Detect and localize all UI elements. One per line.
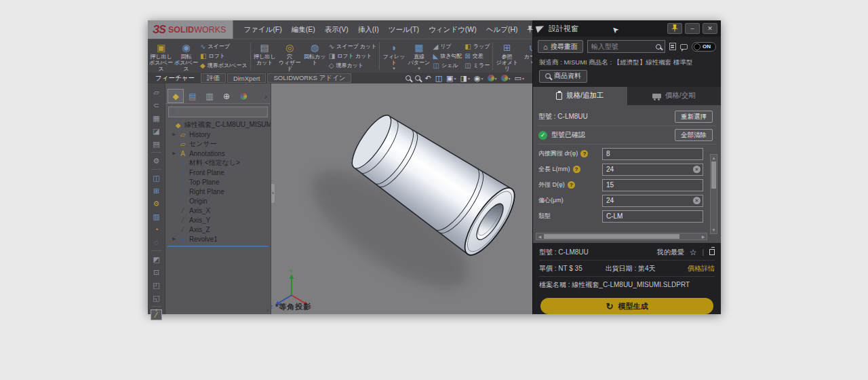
mirror-button[interactable]: ◫ミラー — [465, 61, 490, 70]
extrude-boss-button[interactable]: ▣押し出し ボス/ベース — [149, 41, 174, 71]
feedback-bubble-icon[interactable] — [680, 44, 688, 50]
chevron-down-icon[interactable]: ▾ — [522, 76, 524, 81]
chevron-down-icon[interactable]: ▼ — [417, 66, 421, 71]
tree-item-axis-y[interactable]: ⁄Axis_Y — [165, 215, 271, 225]
search-icon[interactable] — [656, 44, 661, 50]
sweep-button[interactable]: ∿スイープ — [200, 42, 248, 51]
tree-item-revolve1[interactable]: ▶◉Revolve1 — [165, 234, 271, 244]
mold-icon[interactable]: ◰ — [151, 280, 162, 290]
inner-diameter-field[interactable]: 8 — [602, 148, 703, 160]
product-data-button[interactable]: 商品資料 — [539, 70, 587, 83]
zoom-to-area-button[interactable] — [415, 75, 420, 81]
menu-item[interactable]: 編集(E) — [287, 24, 320, 36]
type-field[interactable]: C-LM — [602, 210, 703, 223]
tree-item-part-root[interactable]: ◆線性襯套_C-LM8UU_MISUMI (Default<< — [165, 120, 271, 130]
tree-item-sensors[interactable]: ▱センサー — [165, 139, 271, 149]
panel-pin-button[interactable] — [667, 23, 682, 34]
panel-on-toggle[interactable]: ON — [692, 42, 716, 52]
panel-minimize-button[interactable]: – — [685, 23, 700, 34]
tree-item-annotations[interactable]: ▶AAnnotations — [165, 149, 271, 158]
ribbon-tab-DimXpert[interactable]: DimXpert — [227, 73, 267, 83]
wrap-button[interactable]: ◧ラップ — [465, 42, 490, 51]
search-screen-button[interactable]: ⌂ 搜尋畫面 — [538, 40, 583, 53]
clear-field-icon[interactable]: ✕ — [693, 166, 701, 173]
note-icon[interactable]: ◌ — [151, 237, 162, 248]
design-library-icon[interactable]: ▱ — [151, 87, 162, 98]
pattern-tool-icon[interactable]: ▦ — [151, 113, 162, 124]
scroll-down-icon[interactable]: ▼ — [711, 227, 717, 233]
3d-model-linear-bushing[interactable]: Y X Z — [271, 83, 532, 314]
hole-wizard-button[interactable]: ◎穴 ウィザード▼ — [277, 41, 302, 71]
expand-arrow-icon[interactable]: ▶ — [172, 151, 178, 156]
clear-field-icon[interactable]: ✕ — [693, 197, 701, 204]
panel-close-button[interactable]: ✕ — [703, 23, 717, 34]
scroll-left-icon[interactable]: ◀ — [536, 234, 543, 239]
chevron-down-icon[interactable]: ▾ — [454, 76, 456, 81]
menu-item[interactable]: 挿入(I) — [353, 24, 384, 36]
dimxpertmanager-tab[interactable]: ⊕ — [218, 89, 235, 103]
model-number-input[interactable] — [591, 43, 653, 50]
previous-view-button[interactable]: ↶ — [425, 75, 431, 82]
section-view-button[interactable]: ◫ — [435, 75, 442, 82]
window-switch-icon[interactable] — [669, 43, 676, 50]
eccentricity-field[interactable]: 24✕ — [602, 195, 703, 207]
tree-item-axis-z[interactable]: ⁄Axis_Z — [165, 225, 271, 234]
curves-button[interactable]: ∪カーブ▼ — [519, 41, 532, 71]
favorite-star-icon[interactable]: ☆ — [690, 248, 697, 257]
expand-arrow-icon[interactable]: ▶ — [172, 132, 178, 137]
propertymanager-tab[interactable]: ▤ — [184, 89, 201, 103]
outer-diameter-field[interactable]: 15 — [602, 179, 703, 191]
sheet-icon[interactable]: ◱ — [151, 292, 162, 303]
extrude-cut-button[interactable]: ▤押し出し カット — [252, 41, 277, 71]
copy-icon[interactable] — [709, 249, 715, 255]
menu-item[interactable]: ヘルプ(H) — [481, 24, 523, 36]
tree-item-axis-x[interactable]: ⁄Axis_X — [165, 206, 271, 215]
help-icon[interactable]: ? — [580, 150, 588, 157]
menu-item[interactable]: ファイル(F) — [239, 24, 286, 36]
form-horizontal-scrollbar[interactable]: ◀ ▶ — [536, 233, 707, 240]
weldment-icon[interactable]: ⊡ — [151, 267, 162, 278]
chevron-down-icon[interactable]: ▾ — [509, 76, 511, 81]
scroll-right-icon[interactable]: ▶ — [700, 234, 707, 239]
ribbon-tab-評価[interactable]: 評価 — [201, 73, 226, 83]
panel-splitter-handle[interactable] — [271, 184, 275, 203]
shell-button[interactable]: ◫シェル — [433, 61, 462, 70]
tree-item-right-plane[interactable]: ▯Right Plane — [165, 187, 271, 196]
rib-button[interactable]: ◢リブ — [433, 42, 462, 51]
boundary-boss-button[interactable]: ◆境界ボス/ベース — [200, 61, 248, 70]
tree-filter-box[interactable]: ▽ — [168, 107, 268, 117]
generate-model-button[interactable]: ↻ 模型生成 — [540, 298, 713, 314]
sweep-cut-button[interactable]: ∿スイープ カット — [329, 42, 377, 51]
expand-arrow-icon[interactable]: ▶ — [172, 236, 178, 242]
scroll-up-icon[interactable]: ▲ — [711, 155, 717, 162]
zoom-fit-button[interactable] — [406, 75, 411, 81]
revolve-cut-button[interactable]: ◍回転カット — [302, 41, 328, 71]
menu-item[interactable]: 表示(V) — [320, 24, 353, 36]
tree-item-origin[interactable]: ∟Origin — [165, 196, 271, 206]
tree-item-material[interactable]: ≡材料 <指定なし> — [165, 158, 271, 168]
chevron-down-icon[interactable]: ▾ — [468, 76, 470, 81]
tree-item-history[interactable]: ▶▱History — [165, 130, 271, 139]
configurationmanager-tab[interactable]: ▥ — [201, 89, 218, 103]
fillet-tool-icon[interactable]: ◪ — [151, 126, 162, 136]
clear-all-button[interactable]: 全部清除 — [675, 129, 713, 141]
apply-scene-button[interactable]: ▾ — [501, 75, 511, 81]
rollback-bar[interactable] — [167, 246, 269, 247]
horizontal-scroll-thumb[interactable] — [544, 234, 679, 239]
graphics-viewport[interactable]: Y X Z *等角投影 — [271, 83, 532, 314]
settings-gear-icon[interactable]: ⚙ — [151, 198, 162, 209]
view-orientation-button[interactable]: ▣▾ — [446, 75, 456, 82]
panel-tab-規格/追加工[interactable]: 規格/追加工 — [533, 87, 627, 105]
fillet-button[interactable]: ◗フィレット▼ — [381, 41, 406, 71]
tree-tab-overflow-icon[interactable]: › — [264, 92, 269, 100]
help-icon[interactable]: ? — [568, 181, 575, 189]
tree-item-top-plane[interactable]: ▯Top Plane — [165, 177, 271, 187]
section-tool-icon[interactable]: ◫ — [151, 172, 162, 183]
attachment-icon[interactable]: ⊂ — [151, 100, 162, 111]
view-settings-button[interactable]: ▭▾ — [515, 75, 524, 82]
vertical-scroll-thumb[interactable] — [711, 162, 716, 189]
linear-pattern-button[interactable]: ▦直線 パターン▼ — [406, 41, 431, 71]
folder-tool-icon[interactable]: ▤ — [151, 138, 162, 149]
chevron-down-icon[interactable]: ▾ — [495, 76, 497, 81]
reference-geometry-strip-icon[interactable]: ⊞ — [151, 185, 162, 196]
